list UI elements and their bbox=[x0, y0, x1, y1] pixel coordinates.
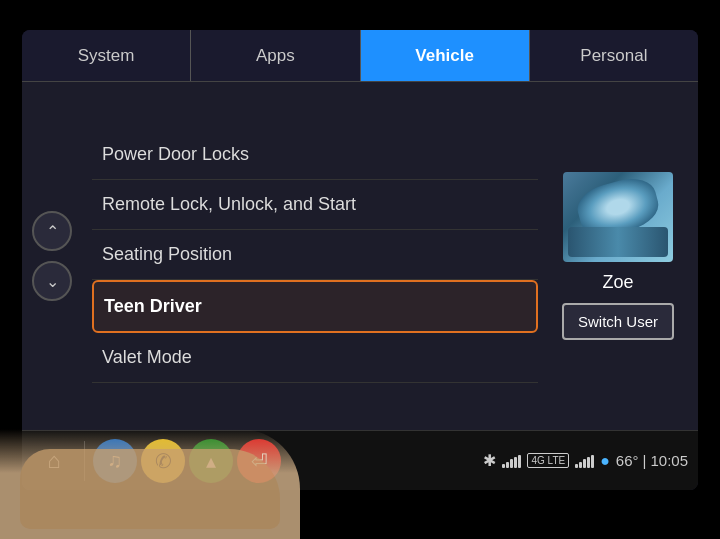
scroll-down-button[interactable]: ⌄ bbox=[32, 261, 72, 301]
menu-item-teen-driver[interactable]: Teen Driver bbox=[92, 280, 538, 333]
switch-user-button[interactable]: Switch User bbox=[562, 303, 674, 340]
lte-badge: 4G LTE bbox=[527, 453, 569, 468]
menu-item-power-door-locks[interactable]: Power Door Locks bbox=[92, 130, 538, 180]
menu-item-seating-position[interactable]: Seating Position bbox=[92, 230, 538, 280]
user-name: Zoe bbox=[602, 272, 633, 293]
infotainment-screen: System Apps Vehicle Personal ⌃ ⌄ Power D… bbox=[22, 30, 698, 490]
temperature: 66° bbox=[616, 452, 639, 469]
user-avatar bbox=[563, 172, 673, 262]
clock: 10:05 bbox=[650, 452, 688, 469]
tab-system[interactable]: System bbox=[22, 30, 191, 81]
cellular-signal bbox=[502, 454, 521, 468]
user-panel: Zoe Switch User bbox=[538, 82, 698, 430]
scroll-up-button[interactable]: ⌃ bbox=[32, 211, 72, 251]
tab-personal[interactable]: Personal bbox=[530, 30, 698, 81]
status-bar: ✱ 4G LTE ● 66° | 10:05 bbox=[483, 451, 688, 470]
temperature-time: 66° | 10:05 bbox=[616, 452, 688, 469]
menu-list: Power Door Locks Remote Lock, Unlock, an… bbox=[82, 82, 538, 430]
bluetooth-icon: ✱ bbox=[483, 451, 496, 470]
tab-vehicle[interactable]: Vehicle bbox=[361, 30, 530, 81]
menu-item-valet-mode[interactable]: Valet Mode bbox=[92, 333, 538, 383]
content-area: ⌃ ⌄ Power Door Locks Remote Lock, Unlock… bbox=[22, 82, 698, 430]
location-icon: ● bbox=[600, 452, 610, 470]
tab-apps[interactable]: Apps bbox=[191, 30, 360, 81]
menu-item-remote-lock[interactable]: Remote Lock, Unlock, and Start bbox=[92, 180, 538, 230]
nav-tabs: System Apps Vehicle Personal bbox=[22, 30, 698, 82]
hand-overlay bbox=[0, 429, 300, 539]
scroll-controls: ⌃ ⌄ bbox=[22, 82, 82, 430]
lte-signal-bars bbox=[575, 454, 594, 468]
separator: | bbox=[643, 452, 647, 469]
